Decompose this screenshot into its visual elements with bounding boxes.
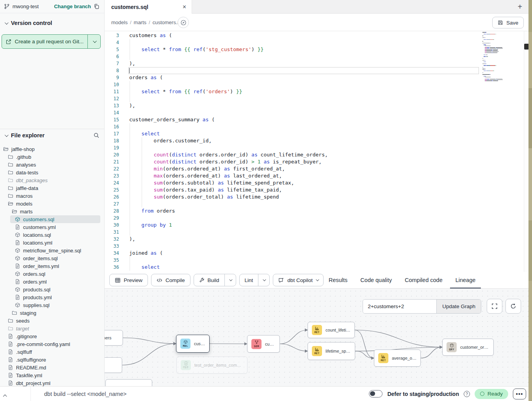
model-cube-icon <box>15 302 20 308</box>
folder-icon <box>8 154 13 160</box>
help-icon[interactable]: ? <box>464 391 470 397</box>
file-item-marts[interactable]: marts <box>0 208 104 215</box>
file-item-label: order_items.sql <box>23 256 58 261</box>
change-branch-link[interactable]: Change branch <box>54 4 91 9</box>
lineage-node-label: customers <box>194 341 205 346</box>
create-pr-dropdown[interactable] <box>87 35 100 48</box>
breadcrumb-part[interactable]: models <box>111 20 128 25</box>
file-item-staging[interactable]: staging <box>0 309 104 317</box>
lint-dropdown[interactable] <box>258 274 269 286</box>
line-number: 27 <box>105 200 123 208</box>
line-number: 24 <box>105 179 123 186</box>
preview-button[interactable]: Preview <box>109 274 148 286</box>
folder-icon <box>8 162 13 167</box>
compile-button[interactable]: Compile <box>151 274 190 286</box>
file-item-jaffle-shop[interactable]: jaffle-shop <box>0 145 104 153</box>
file-item-.sqlfluffignore[interactable]: .sqlfluffignore <box>0 356 104 364</box>
file-item-locations.sql[interactable]: locations.sql <box>0 231 104 239</box>
line-number: 23 <box>105 172 123 179</box>
file-item-order_items.sql[interactable]: order_items.sql <box>0 254 104 262</box>
dbt-command-input[interactable] <box>44 387 278 401</box>
file-item-customers.yml[interactable]: customers.yml <box>0 223 104 231</box>
lineage-node-partial_node[interactable] <box>105 379 152 386</box>
file-item-orders.sql[interactable]: orders.sql <box>0 270 104 278</box>
lineage-node-orders[interactable]: MDLorders <box>105 357 122 373</box>
file-item-order_items.yml[interactable]: order_items.yml <box>0 262 104 270</box>
file-item-.pre-commit-config.yaml[interactable]: .pre-commit-config.yaml <box>0 340 104 348</box>
code-line-19 <box>129 144 481 151</box>
copy-icon[interactable] <box>94 4 100 9</box>
file-item-macros[interactable]: macros <box>0 192 104 200</box>
line-number: 10 <box>105 81 123 88</box>
file-item-.sqlfluff[interactable]: .sqlfluff <box>0 348 104 356</box>
file-explorer-header[interactable]: File explorer <box>0 130 104 140</box>
save-button[interactable]: Save <box>492 17 524 28</box>
file-item-models[interactable]: models <box>0 200 104 208</box>
saved-query-badge: QRY <box>447 342 457 352</box>
file-item-seeds[interactable]: seeds <box>0 317 104 325</box>
lineage-node-label: count_lifetime_orders <box>326 328 351 332</box>
file-item-customers.sql[interactable]: customers.sql <box>10 215 100 223</box>
tab-code-quality[interactable]: Code quality <box>360 272 392 288</box>
lineage-node-test_order_items[interactable]: TSTtest_order_items_compute_to_bools... <box>176 357 247 374</box>
tab-results[interactable]: Results <box>329 272 347 288</box>
file-item-.gitignore[interactable]: .gitignore <box>0 332 104 340</box>
update-graph-button[interactable]: Update Graph <box>436 300 481 313</box>
breadcrumb-part[interactable]: marts <box>134 20 147 25</box>
folder-icon <box>8 170 13 175</box>
lineage-node-stg_customers[interactable]: MDLstg_customers <box>105 330 123 346</box>
build-button[interactable]: Build <box>194 274 224 286</box>
lineage-node-count_lifetime_orders[interactable]: METcount_lifetime_orders <box>308 322 355 338</box>
file-item-label: jaffle-shop <box>11 146 35 152</box>
file-item-README.md[interactable]: README.md <box>0 364 104 371</box>
expand-command-bar-icon[interactable] <box>4 392 7 399</box>
lineage-node-customer_order_metrics[interactable]: QRYcustomer_order_metrics <box>442 339 494 356</box>
file-item-analyses[interactable]: analyses <box>0 161 104 169</box>
refresh-icon[interactable] <box>505 299 521 314</box>
file-item-.github[interactable]: .github <box>0 153 104 161</box>
compass-icon[interactable] <box>178 17 189 28</box>
defer-toggle[interactable] <box>369 390 383 397</box>
build-dropdown[interactable] <box>224 274 236 286</box>
sidebar: mwong-test Change branch Version control… <box>0 0 105 386</box>
tab-compiled-code[interactable]: Compiled code <box>405 272 443 288</box>
lineage-selector-input[interactable] <box>363 300 436 313</box>
tab-lineage[interactable]: Lineage <box>455 272 476 288</box>
minimap[interactable] <box>482 31 516 82</box>
folder-icon <box>8 177 13 183</box>
close-icon[interactable]: × <box>183 4 186 10</box>
code-line-23: max(orders.ordered_at) as last_ordered_a… <box>129 172 481 179</box>
file-item-jaffle-data[interactable]: jaffle-data <box>0 184 104 192</box>
new-tab-button[interactable]: + <box>515 2 525 12</box>
file-item-locations.yml[interactable]: locations.yml <box>0 239 104 247</box>
file-item-orders.yml[interactable]: orders.yml <box>0 278 104 286</box>
more-options-button[interactable]: ••• <box>513 389 526 399</box>
chevron-down-icon <box>316 278 319 281</box>
file-item-products.sql[interactable]: products.sql <box>0 286 104 293</box>
fullscreen-icon[interactable] <box>487 299 502 314</box>
file-item-products.yml[interactable]: products.yml <box>0 293 104 301</box>
lineage-node-label: customer_order_metrics <box>460 345 489 350</box>
model-cube-icon <box>15 248 20 253</box>
file-item-data-tests[interactable]: data-tests <box>0 169 104 176</box>
version-control-header[interactable]: Version control <box>0 18 104 28</box>
file-icon <box>8 357 13 362</box>
lineage-node-average_order_value[interactable]: METaverage_order_value <box>374 350 421 367</box>
file-item-supplies.sql[interactable]: supplies.sql <box>0 301 104 309</box>
file-item-metricflow_time_spine.sql[interactable]: metricflow_time_spine.sql <box>0 247 104 254</box>
dbt-copilot-button[interactable]: dbt Copilot <box>273 274 324 286</box>
file-item-dbt_project.yml[interactable]: dbt_project.yml <box>0 379 104 386</box>
code-line-34: joined as ( <box>129 250 481 257</box>
lineage-node-lifetime_spend_pretax[interactable]: METlifetime_spend_pretax <box>308 342 355 360</box>
lint-button[interactable]: Lint <box>240 274 258 286</box>
lineage-node-customers_sem[interactable]: SEMcustomers <box>247 335 280 353</box>
file-item-dbt_packages[interactable]: dbt_packages <box>0 176 104 184</box>
lineage-node-customers_mdl[interactable]: MDLcustomers <box>176 335 210 353</box>
create-pr-button[interactable]: Create a pull request on Git... <box>2 34 101 49</box>
file-item-Taskfile.yml[interactable]: Taskfile.yml <box>0 371 104 379</box>
search-icon[interactable] <box>93 132 100 138</box>
tab-customers-sql[interactable]: customers.sql × <box>105 0 192 14</box>
file-item-target[interactable]: target <box>0 325 104 332</box>
code-editor[interactable]: 2345678910111213141516171819202122232425… <box>105 31 524 272</box>
file-item-label: dbt_packages <box>16 177 48 183</box>
